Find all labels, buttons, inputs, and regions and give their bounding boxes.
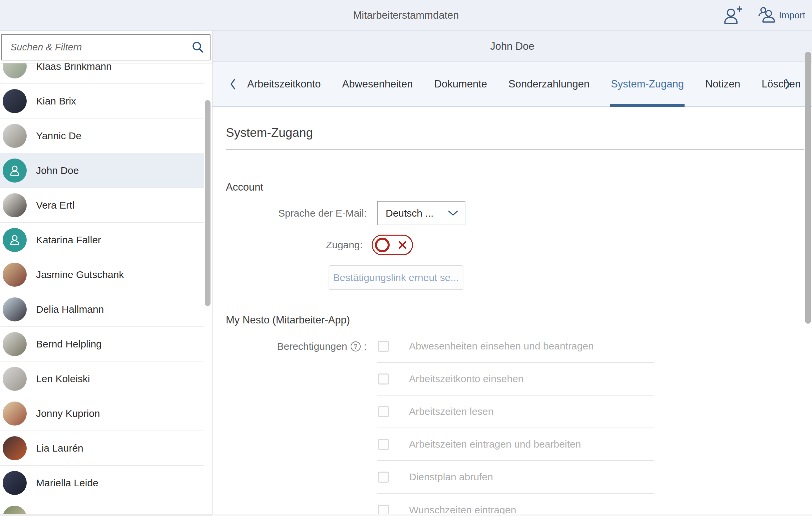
employee-row-bernd-helpling[interactable]: Bernd Helpling: [0, 327, 204, 361]
employee-row-lia-laur-n[interactable]: Lia Laurén: [0, 431, 204, 466]
person-icon: [3, 228, 27, 252]
app-window: Mitarbeiterstammdaten: [0, 0, 812, 516]
import-button[interactable]: Import: [758, 6, 805, 24]
import-label: Import: [779, 10, 805, 21]
search-input[interactable]: [2, 35, 210, 60]
tab-scroll-left-button[interactable]: [229, 77, 236, 91]
employee-row-unnamed[interactable]: [0, 500, 204, 516]
employee-name: Yannic De: [36, 130, 81, 141]
main-scrollbar-thumb[interactable]: [805, 52, 811, 324]
tab-abwesenheiten[interactable]: Abwesenheiten: [342, 62, 413, 106]
permissions-label-colon: :: [364, 341, 367, 352]
permission-row-wunschzeiten-eintragen: Wunschzeiten eintragen: [377, 494, 654, 516]
employee-row-len-koleiski[interactable]: Len Koleiski: [0, 361, 204, 396]
header-actions: Import: [722, 0, 805, 30]
employee-list: Klaas Brinkmann Kian Brix Yannic De John…: [0, 63, 204, 516]
employee-name: Len Koleiski: [36, 373, 90, 384]
tab-arbeitszeitkonto[interactable]: Arbeitszeitkonto: [247, 62, 321, 106]
app-title: Mitarbeiterstammdaten: [0, 0, 812, 30]
tab-notizen[interactable]: Notizen: [705, 62, 740, 106]
checkbox[interactable]: [378, 374, 389, 384]
tab-label: Löschen: [762, 78, 801, 90]
checkbox[interactable]: [378, 406, 389, 417]
add-employee-button[interactable]: [722, 5, 743, 25]
permissions-label-text: Berechtigungen: [277, 341, 347, 352]
detail-panel: John Doe Arbeitszeitkonto Abwesenheiten …: [212, 31, 812, 516]
help-icon[interactable]: ?: [351, 342, 360, 351]
tab-label: System-Zugang: [611, 78, 684, 90]
checkbox[interactable]: [378, 341, 389, 352]
avatar-photo: [3, 436, 27, 460]
tab-label: Notizen: [705, 78, 740, 90]
employee-name: Kian Brix: [36, 96, 76, 107]
access-toggle[interactable]: [372, 235, 413, 255]
employee-row-delia-hallmann[interactable]: Delia Hallmann: [0, 292, 204, 327]
email-language-select[interactable]: Deutsch ...: [377, 201, 465, 225]
permission-label: Arbeitszeiten lesen: [409, 406, 493, 417]
checkbox[interactable]: [378, 439, 389, 450]
employee-name: Katarina Faller: [36, 234, 101, 246]
email-language-label: Sprache der E-Mail:: [212, 201, 367, 225]
search-area: [0, 31, 212, 63]
tab-scroll-right-button[interactable]: [784, 77, 791, 91]
tab-system-zugang[interactable]: System-Zugang: [611, 62, 684, 106]
permission-row-arbeitszeitkonto-einsehen: Arbeitszeitkonto einsehen: [377, 363, 654, 396]
tab-label: Dokumente: [434, 78, 487, 90]
search-box: [1, 34, 210, 60]
avatar-photo: [3, 63, 27, 78]
x-icon: [398, 241, 407, 249]
permission-label: Arbeitszeiten eintragen und bearbeiten: [409, 439, 581, 450]
system-access-page: System-Zugang Account Sprache der E-Mail…: [212, 107, 812, 516]
avatar-photo: [3, 124, 27, 148]
employee-row-klaas-brinkmann[interactable]: Klaas Brinkmann: [0, 63, 204, 84]
bottom-scroll-strip: [212, 514, 812, 516]
employee-sidebar: Klaas Brinkmann Kian Brix Yannic De John…: [0, 31, 212, 516]
employee-name-header: John Doe: [212, 31, 812, 62]
permission-label: Abwesenheiten einsehen und beantragen: [409, 341, 594, 352]
employee-row-mariella-leide[interactable]: Mariella Leide: [0, 466, 204, 500]
search-icon[interactable]: [191, 41, 204, 54]
toggle-knob: [375, 238, 390, 252]
sidebar-scrollbar-thumb[interactable]: [205, 100, 210, 306]
mynesto-section-heading: My Nesto (Mitarbeiter-App): [226, 314, 350, 326]
permission-label: Arbeitszeitkonto einsehen: [409, 373, 524, 384]
permission-label: Dienstplan abrufen: [409, 471, 493, 483]
tab-sonderzahlungen[interactable]: Sonderzahlungen: [509, 62, 589, 106]
tab-bar: Arbeitszeitkonto Abwesenheiten Dokumente…: [212, 62, 812, 107]
avatar-photo: [3, 193, 27, 217]
employee-row-jasmine-gutschank[interactable]: Jasmine Gutschank: [0, 257, 204, 292]
permission-row-abwesenheiten-einsehen-und-beantragen: Abwesenheiten einsehen und beantragen: [377, 330, 654, 363]
tab-list: Arbeitszeitkonto Abwesenheiten Dokumente…: [247, 62, 801, 106]
employee-name: Delia Hallmann: [36, 304, 104, 315]
employee-name: John Doe: [36, 165, 79, 176]
page-title: System-Zugang: [226, 126, 313, 140]
avatar-photo: [3, 367, 27, 391]
employee-name: Klaas Brinkmann: [36, 63, 112, 72]
employee-row-kian-brix[interactable]: Kian Brix: [0, 84, 204, 118]
employee-row-jonny-kuprion[interactable]: Jonny Kuprion: [0, 396, 204, 431]
person-icon: [3, 159, 27, 183]
avatar-photo: [3, 297, 27, 321]
avatar-photo: [3, 332, 27, 356]
resend-confirmation-link-button[interactable]: Bestätigungslink erneut se...: [328, 265, 463, 290]
tab-dokumente[interactable]: Dokumente: [434, 62, 487, 106]
checkbox[interactable]: [378, 471, 389, 483]
employee-name: Lia Laurén: [36, 442, 83, 454]
employee-name: Jonny Kuprion: [36, 408, 100, 419]
people-icon: [758, 6, 776, 24]
permissions-label: Berechtigungen ? :: [212, 339, 367, 354]
tab-label: Sonderzahlungen: [509, 78, 589, 90]
employee-row-katarina-faller[interactable]: Katarina Faller: [0, 223, 204, 257]
employee-row-john-doe[interactable]: John Doe: [0, 153, 204, 188]
avatar-photo: [3, 89, 27, 113]
avatar-photo: [3, 402, 27, 426]
employee-list-scroll: Klaas Brinkmann Kian Brix Yannic De John…: [0, 63, 204, 516]
tab-löschen[interactable]: Löschen: [762, 62, 801, 106]
employee-name: Jasmine Gutschank: [36, 269, 124, 280]
chevron-down-icon: [448, 210, 458, 216]
employee-row-vera-ertl[interactable]: Vera Ertl: [0, 188, 204, 223]
employee-row-yannic-de[interactable]: Yannic De: [0, 118, 204, 153]
employee-name: Vera Ertl: [36, 199, 75, 211]
tab-label: Abwesenheiten: [342, 78, 413, 90]
employee-name: Bernd Helpling: [36, 338, 102, 350]
